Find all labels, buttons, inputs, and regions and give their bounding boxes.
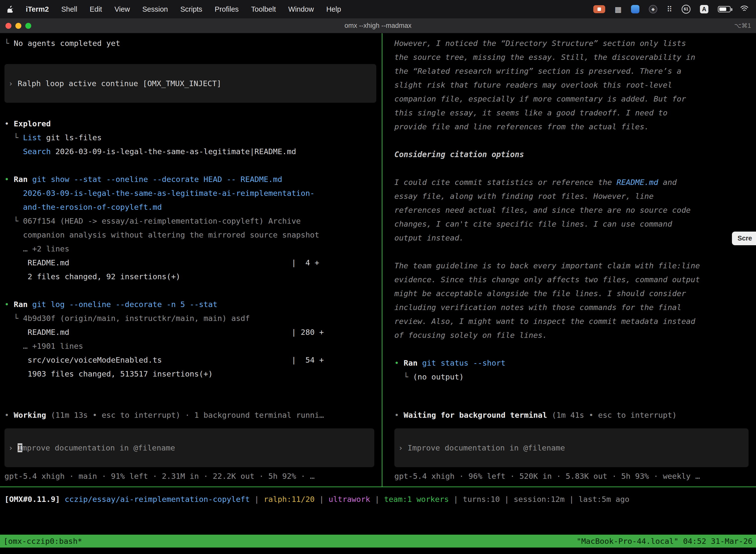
session-stats-line: gpt-5.4 xhigh · main · 91% left · 2.31M … [4, 469, 381, 483]
terminal-line: src/voice/voiceModeEnabled.ts | 54 + [4, 353, 381, 367]
text-segment: of focusing solely on file lines. [394, 331, 547, 340]
text-segment: 2026-03-09-is-legal-the-same-as-legitima… [23, 189, 315, 198]
text-segment [27, 300, 32, 309]
zoom-button[interactable] [25, 23, 31, 29]
omx-status-pane: [OMX#0.11.9] cczip/essay/ai-reimplementa… [0, 487, 756, 535]
menu-bar-status-icons: ▦ ◆ ⠿ 61 A [593, 5, 749, 14]
text-segment: the source tree, missing the essay. Stil… [394, 53, 695, 62]
text-segment: | [565, 495, 578, 504]
text-segment: ralph:11/20 [264, 495, 315, 504]
session-stats-line: gpt-5.4 xhigh · 96% left · 520K in · 5.8… [394, 469, 755, 483]
terminal-line: README.md | 280 + [4, 325, 381, 339]
text-segment: › [398, 443, 407, 452]
terminal-line: this single essay, it seems like a good … [394, 106, 755, 120]
terminal-line: including verification notes with those … [394, 300, 755, 314]
minimize-button[interactable] [15, 23, 21, 29]
text-segment: Search [23, 147, 51, 156]
text-segment: | [370, 495, 384, 504]
terminal-line [394, 133, 755, 148]
terminal-line: review. Also, I might want to inspect th… [394, 314, 755, 328]
text-segment: (no output) [413, 372, 464, 381]
raycast-icon[interactable] [631, 5, 639, 13]
screen-mirroring-icon[interactable]: ⠿ [667, 5, 672, 14]
terminal-line: the source tree, missing the essay. Stil… [394, 50, 755, 64]
menu-item-app[interactable]: iTerm2 [26, 5, 49, 13]
waiting-indicator: • Waiting for background terminal (1m 41… [394, 408, 755, 422]
menu-item-toolbelt[interactable]: Toolbelt [251, 5, 276, 13]
terminal-line: … +1901 lines [4, 339, 381, 353]
text-segment: … +2 lines [23, 244, 69, 253]
close-button[interactable] [5, 23, 11, 29]
text-segment: review. Also, I might want to inspect th… [394, 317, 695, 326]
text-segment: README.md [617, 178, 658, 187]
menu-item-edit[interactable]: Edit [89, 5, 102, 13]
text-segment [4, 341, 23, 350]
passwords-grid-icon[interactable]: ▦ [615, 5, 622, 14]
menu-item-scripts[interactable]: Scripts [180, 5, 202, 13]
text-segment: • [4, 410, 14, 420]
battery-percent-icon[interactable]: 61 [682, 5, 691, 14]
text-segment [418, 358, 422, 367]
left-prompt-input[interactable]: › Improve documentation in @filename [4, 428, 374, 467]
menu-item-view[interactable]: View [114, 5, 130, 13]
text-segment: and [658, 178, 677, 187]
right-prompt-text: › Improve documentation in @filename [398, 441, 745, 455]
wifi-icon[interactable] [740, 5, 749, 13]
terminal-line: • Ran git show --stat --oneline --decora… [4, 172, 381, 186]
terminal-line [4, 283, 381, 297]
terminal-line: essay file, along with finding root file… [394, 189, 755, 203]
text-segment [547, 410, 552, 420]
terminal-line: └ List git ls-files [4, 130, 381, 145]
traffic-lights [5, 23, 31, 29]
text-segment [27, 175, 32, 184]
menu-item-shell[interactable]: Shell [61, 5, 77, 13]
text-segment: 4b9d30f (origin/main, instructkr/main, m… [23, 314, 250, 323]
menu-item-window[interactable]: Window [288, 5, 314, 13]
text-segment: including verification notes with those … [394, 303, 681, 312]
text-segment: provide file and line references from th… [394, 122, 649, 131]
right-prompt-input[interactable]: › Improve documentation in @filename [394, 428, 749, 467]
menu-item-session[interactable]: Session [142, 5, 168, 13]
left-transcript: └ No agents completed yet › Ralph loop a… [4, 36, 381, 381]
text-segment [4, 189, 23, 198]
text-segment: Wai [403, 410, 418, 420]
text-segment: cczip/essay/ai-reimplementation-copyleft [65, 495, 250, 504]
input-source-icon[interactable]: A [700, 5, 708, 13]
working-indicator: • Working (11m 13s • esc to interrupt) ·… [4, 408, 381, 422]
text-segment: the “Related research writing” section i… [394, 66, 681, 75]
menu-item-help[interactable]: Help [326, 5, 341, 13]
screen-recording-stop-icon[interactable] [593, 5, 605, 13]
text-segment: this single essay, it seems like a good … [394, 108, 668, 117]
left-status-line: gpt-5.4 xhigh · main · 91% left · 2.31M … [4, 469, 381, 483]
text-segment [4, 147, 23, 156]
omx-status-line: [OMX#0.11.9] cczip/essay/ai-reimplementa… [4, 492, 756, 506]
text-segment: … +1901 lines [23, 341, 83, 350]
ralph-loop-banner: › Ralph loop active continue [OMX_TMUX_I… [4, 64, 376, 103]
text-segment: companion file, especially if more comme… [394, 94, 686, 103]
terminal-line: 2026-03-09-is-legal-the-same-as-legitima… [4, 186, 381, 200]
terminal-line: 2 files changed, 92 insertions(+) [4, 270, 381, 283]
terminal-line: of focusing solely on file lines. [394, 328, 755, 342]
text-segment: └ [4, 133, 23, 142]
terminal-line: and-the-erosion-of-copyleft.md [4, 200, 381, 214]
shortcuts-icon[interactable]: ◆ [649, 5, 657, 13]
text-segment: Explored [14, 119, 51, 128]
text-segment: List [23, 133, 42, 142]
menu-item-profiles[interactable]: Profiles [215, 5, 239, 13]
text-segment: gpt-5.4 xhigh · main · 91% left · 2.31M … [4, 472, 315, 481]
text-segment: mprove documentation in @filename [22, 443, 175, 452]
text-segment [4, 244, 23, 253]
bottom-strip [0, 548, 756, 554]
left-working-row: • Working (11m 13s • esc to interrupt) ·… [4, 408, 381, 422]
text-segment: └ [4, 39, 14, 48]
text-segment: git status --short [422, 358, 505, 367]
text-segment: However, I noticed the “Directory Struct… [394, 39, 686, 48]
screen-share-button[interactable]: Scre [732, 232, 756, 245]
terminal-line [4, 158, 381, 172]
left-prompt-text: › Improve documentation in @filename [8, 441, 370, 455]
battery-icon[interactable] [718, 6, 731, 12]
text-segment: src/voice/voiceModeEnabled.ts | 54 + [4, 355, 324, 365]
text-segment: 1903 files changed, 513517 insertions(+) [4, 369, 213, 378]
text-segment [4, 203, 23, 212]
apple-menu-icon[interactable] [7, 6, 13, 13]
